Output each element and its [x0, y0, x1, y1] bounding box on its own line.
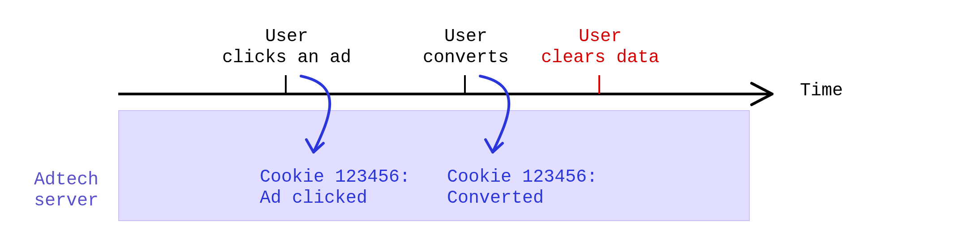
event-convert-label: User converts: [421, 26, 511, 68]
diagram-root: Time User clicks an ad User converts Use…: [0, 0, 980, 239]
adtech-server-label: Adtech server: [34, 169, 99, 211]
adtech-server-box: [118, 110, 750, 221]
event-click-label: User clicks an ad: [219, 26, 354, 68]
record-click-text: Cookie 123456: Ad clicked: [260, 166, 410, 209]
event-clear-label: User clears data: [537, 26, 663, 68]
axis-label: Time: [800, 81, 843, 101]
record-convert-text: Cookie 123456: Converted: [447, 166, 597, 209]
